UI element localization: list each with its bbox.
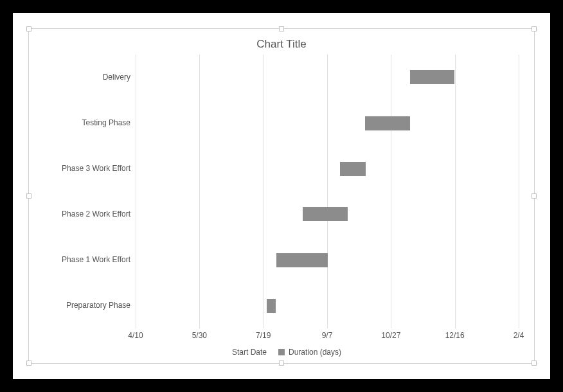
legend-item-start-date: Start Date — [222, 348, 267, 357]
y-tick-label: Delivery — [44, 73, 130, 82]
legend-item-duration: Duration (days) — [278, 348, 341, 357]
bar-phase-1-work-effort[interactable] — [276, 253, 328, 267]
chart-canvas: Chart Title Delivery Testing Phase Phase… — [13, 13, 550, 379]
chart-frame[interactable]: Chart Title Delivery Testing Phase Phase… — [28, 28, 535, 364]
y-tick-label: Phase 1 Work Effort — [44, 255, 130, 264]
resize-handle-br[interactable] — [532, 361, 537, 366]
y-tick-label: Phase 3 Work Effort — [44, 164, 130, 173]
gridline — [519, 55, 519, 328]
legend-swatch — [278, 349, 285, 355]
x-tick-label: 9/7 — [322, 331, 333, 340]
y-tick-label: Phase 2 Work Effort — [44, 209, 130, 218]
x-tick-label: 2/4 — [514, 331, 524, 340]
resize-handle-ml[interactable] — [26, 193, 31, 199]
bar-testing-phase[interactable] — [365, 116, 410, 130]
bar-phase-3-work-effort[interactable] — [340, 162, 366, 176]
resize-handle-bm[interactable] — [279, 361, 284, 366]
plot-body: Delivery Testing Phase Phase 3 Work Effo… — [44, 55, 519, 328]
plot-wrap: Delivery Testing Phase Phase 3 Work Effo… — [44, 55, 519, 357]
x-tick-label: 4/10 — [128, 331, 143, 340]
x-axis: 4/105/307/199/710/2712/162/4 — [136, 328, 519, 344]
resize-handle-tr[interactable] — [532, 26, 537, 31]
legend-label: Duration (days) — [289, 348, 341, 357]
y-tick-label: Preparatory Phase — [44, 301, 130, 310]
x-tick-label: 12/16 — [445, 331, 465, 340]
resize-handle-mr[interactable] — [532, 193, 537, 199]
resize-handle-tm[interactable] — [279, 26, 284, 31]
bar-preparatory-phase[interactable] — [267, 299, 276, 313]
resize-handle-bl[interactable] — [26, 361, 31, 366]
x-tick-label: 7/19 — [256, 331, 271, 340]
resize-handle-tl[interactable] — [26, 26, 31, 31]
x-tick-label: 5/30 — [192, 331, 207, 340]
legend[interactable]: Start Date Duration (days) — [44, 348, 519, 357]
bar-phase-2-work-effort[interactable] — [303, 207, 348, 221]
x-tick-label: 10/27 — [381, 331, 400, 340]
legend-swatch-invisible — [222, 349, 228, 355]
bars-layer — [136, 55, 519, 328]
chart-title[interactable]: Chart Title — [44, 38, 519, 51]
bar-delivery[interactable] — [410, 70, 455, 84]
y-axis: Delivery Testing Phase Phase 3 Work Effo… — [44, 55, 136, 328]
y-tick-label: Testing Phase — [44, 118, 130, 127]
legend-label: Start Date — [232, 348, 267, 357]
plot-area[interactable] — [136, 55, 519, 328]
